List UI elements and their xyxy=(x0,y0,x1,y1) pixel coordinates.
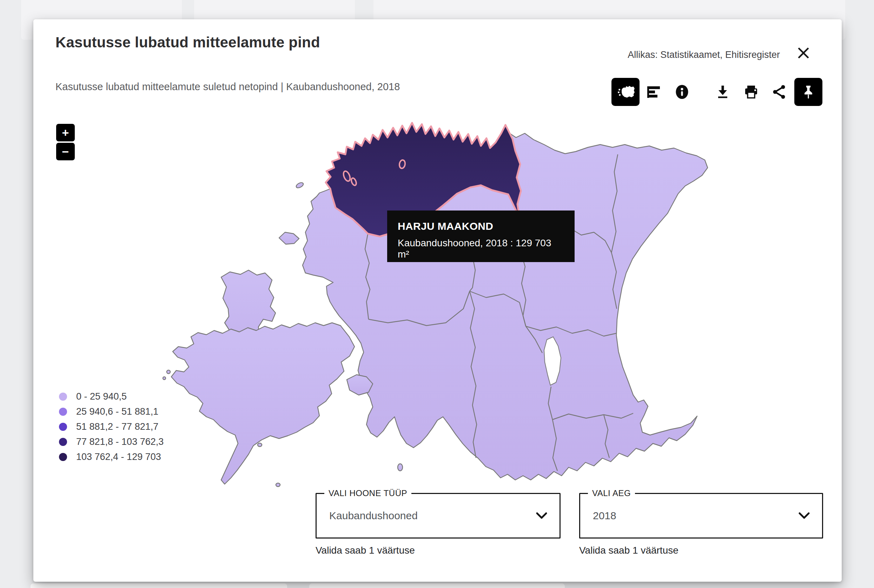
building-type-select[interactable]: VALI HOONE TÜÜP Kaubandushooned xyxy=(315,493,560,538)
legend-label: 25 940,6 - 51 881,1 xyxy=(76,406,158,417)
time-select[interactable]: VALI AEG 2018 xyxy=(579,493,823,538)
pin-button[interactable] xyxy=(794,78,822,106)
zoom-out-button[interactable]: − xyxy=(56,143,75,160)
close-icon xyxy=(796,46,811,60)
download-button[interactable] xyxy=(715,84,731,100)
legend-swatch xyxy=(59,438,67,446)
legend-item: 51 881,2 - 77 821,7 xyxy=(59,422,164,431)
legend-label: 51 881,2 - 77 821,7 xyxy=(76,422,158,432)
map-islet xyxy=(163,377,166,380)
bar-chart-icon xyxy=(646,84,662,100)
chart-view-button[interactable] xyxy=(646,84,662,100)
legend-swatch xyxy=(59,453,67,461)
map-islet xyxy=(276,483,280,487)
legend-label: 103 762,4 - 129 703 xyxy=(76,452,161,462)
legend-label: 0 - 25 940,5 xyxy=(76,391,127,402)
zoom-controls: + − xyxy=(56,124,75,160)
info-button[interactable] xyxy=(674,84,690,100)
estonia-map-svg xyxy=(155,112,730,491)
map-islet xyxy=(167,370,170,374)
map-toolbar xyxy=(611,78,822,106)
legend-item: 0 - 25 940,5 xyxy=(59,392,164,401)
zoom-in-button[interactable]: + xyxy=(56,124,75,141)
tooltip-region-name: HARJU MAAKOND xyxy=(398,220,564,232)
tooltip-value: Kaubandushooned, 2018 : 129 703 m² xyxy=(398,237,564,260)
share-icon xyxy=(771,84,787,100)
close-button[interactable] xyxy=(795,45,812,62)
legend-item: 25 940,6 - 51 881,1 xyxy=(59,407,164,416)
chevron-down-icon xyxy=(536,512,548,520)
map-view-button[interactable] xyxy=(611,78,640,106)
pin-icon xyxy=(800,83,817,101)
print-button[interactable] xyxy=(743,84,759,100)
map-islet xyxy=(398,464,402,471)
download-icon xyxy=(715,84,731,100)
choropleth-map[interactable]: HARJU MAAKOND Kaubandushooned, 2018 : 12… xyxy=(155,112,730,491)
building-type-label: VALI HOONE TÜÜP xyxy=(324,488,411,498)
map-region-vormsi xyxy=(279,232,299,244)
background-card-bottom-right xyxy=(309,584,565,588)
map-region-saaremaa xyxy=(171,323,354,484)
filter-building-type: VALI HOONE TÜÜP Kaubandushooned Valida s… xyxy=(315,493,560,556)
building-type-helper: Valida saab 1 väärtuse xyxy=(315,545,560,556)
time-helper: Valida saab 1 väärtuse xyxy=(579,545,823,556)
legend-swatch xyxy=(59,393,67,400)
page-title: Kasutusse lubatud mitteelamute pind xyxy=(56,34,320,51)
map-islet xyxy=(258,443,262,447)
legend-item: 103 762,4 - 129 703 xyxy=(59,452,164,461)
time-value: 2018 xyxy=(593,510,616,522)
estonia-map-icon xyxy=(616,83,635,101)
map-tooltip: HARJU MAAKOND Kaubandushooned, 2018 : 12… xyxy=(387,210,575,262)
map-modal-card: Kasutusse lubatud mitteelamute pind Kasu… xyxy=(33,19,842,582)
chevron-down-icon xyxy=(798,512,810,520)
map-legend: 0 - 25 940,5 25 940,6 - 51 881,1 51 881,… xyxy=(59,392,164,461)
time-label: VALI AEG xyxy=(588,488,635,498)
info-icon xyxy=(674,84,690,100)
print-icon xyxy=(743,84,759,100)
data-source-text: Allikas: Statistikaamet, Ehitisregister xyxy=(628,50,780,60)
filter-time: VALI AEG 2018 Valida saab 1 väärtuse xyxy=(579,493,823,556)
share-button[interactable] xyxy=(771,84,787,100)
building-type-value: Kaubandushooned xyxy=(329,510,418,522)
legend-item: 77 821,8 - 103 762,3 xyxy=(59,437,164,446)
legend-label: 77 821,8 - 103 762,3 xyxy=(76,436,164,447)
page-subtitle: Kasutusse lubatud mitteelamute suletud n… xyxy=(56,81,400,93)
legend-swatch xyxy=(59,408,67,416)
map-islet xyxy=(295,182,304,189)
background-card-bottom-left xyxy=(30,584,287,588)
legend-swatch xyxy=(59,423,67,431)
